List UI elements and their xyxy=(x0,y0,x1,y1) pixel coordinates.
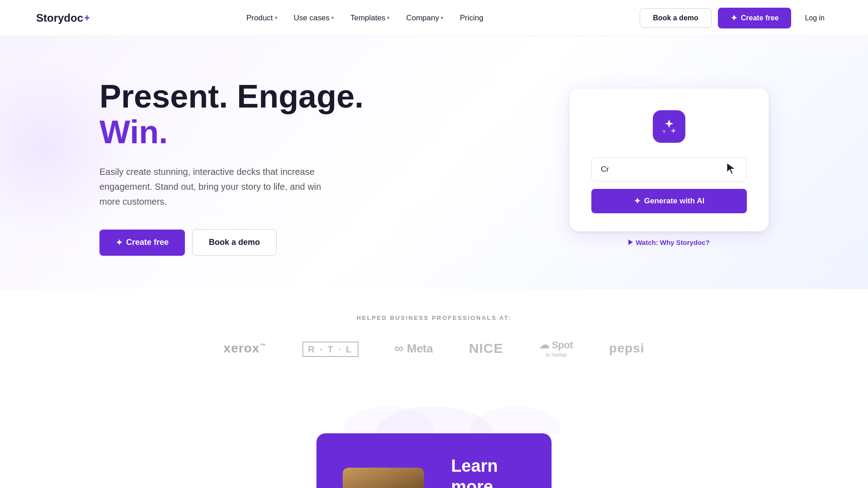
video-band-wrapper: ▶ Learn more about Storydoc xyxy=(0,433,868,488)
nav-book-demo-button[interactable]: Book a demo xyxy=(640,8,711,28)
logos-row: xerox™ R · T · L ∞ Meta NICE ☁ Spot by N… xyxy=(36,339,832,357)
video-band-title: Learn more about Storydoc xyxy=(451,456,526,488)
nav-create-free-button[interactable]: ✦ Create free xyxy=(718,8,792,28)
hero-title: Present. Engage. Win. xyxy=(99,79,363,150)
logo-meta: ∞ Meta xyxy=(395,341,433,356)
ai-icon xyxy=(653,110,685,143)
social-proof-section: HELPED BUSINESS PROFESSIONALS AT: xerox™… xyxy=(0,289,868,379)
logo-plus: + xyxy=(84,13,90,23)
sparkle-icon: ✦ xyxy=(731,13,737,23)
nav-links: Product ▾ Use cases ▾ Templates ▾ Compan… xyxy=(239,10,491,26)
video-band: ▶ Learn more about Storydoc xyxy=(316,433,552,488)
sparkle-icon: ✦ xyxy=(116,238,123,248)
video-thumbnail[interactable]: ▶ xyxy=(343,468,424,488)
hero-subtitle: Easily create stunning, interactive deck… xyxy=(99,164,335,209)
nav-link-templates[interactable]: Templates ▾ xyxy=(343,10,397,26)
ai-input-section: ✦ Generate with AI xyxy=(591,157,747,213)
ai-card-wrapper: ✦ Generate with AI Watch: Why Storydoc? xyxy=(570,89,769,246)
nav-link-usecases[interactable]: Use cases ▾ xyxy=(287,10,341,26)
chevron-down-icon: ▾ xyxy=(441,15,443,21)
ai-prompt-input[interactable] xyxy=(591,157,747,182)
logo-pepsi: pepsi xyxy=(609,341,644,356)
sparkle-icon: ✦ xyxy=(634,196,641,206)
nav-login-button[interactable]: Log in xyxy=(797,10,832,26)
logo-nice: NICE xyxy=(469,341,503,356)
hero-buttons: ✦ Create free Book a demo xyxy=(99,229,363,256)
logo-spot: ☁ Spot by NetApp xyxy=(539,339,573,357)
social-proof-label: HELPED BUSINESS PROFESSIONALS AT: xyxy=(36,314,832,321)
logo-xerox: xerox™ xyxy=(224,341,267,356)
logo-text: Storydoc xyxy=(36,12,83,24)
play-icon xyxy=(628,239,633,245)
ai-card: ✦ Generate with AI xyxy=(570,89,769,231)
nav-link-pricing[interactable]: Pricing xyxy=(453,10,491,26)
video-band-text: Learn more about Storydoc xyxy=(451,456,526,488)
hero-book-demo-button[interactable]: Book a demo xyxy=(192,229,277,256)
hero-text-block: Present. Engage. Win. Easily create stun… xyxy=(99,79,363,256)
hero-create-free-button[interactable]: ✦ Create free xyxy=(99,230,185,256)
chevron-down-icon: ▾ xyxy=(387,15,390,21)
nav-actions: Book a demo ✦ Create free Log in xyxy=(640,8,832,28)
nav-link-product[interactable]: Product ▾ xyxy=(239,10,285,26)
bottom-decoration xyxy=(0,379,868,433)
generate-with-ai-button[interactable]: ✦ Generate with AI xyxy=(591,189,747,213)
navbar: Storydoc+ Product ▾ Use cases ▾ Template… xyxy=(0,0,868,36)
nav-link-company[interactable]: Company ▾ xyxy=(399,10,451,26)
logo[interactable]: Storydoc+ xyxy=(36,12,90,24)
hero-title-highlight: Win. xyxy=(99,114,168,150)
watch-why-storydoc-link[interactable]: Watch: Why Storydoc? xyxy=(628,239,710,246)
logo-rtl: R · T · L xyxy=(302,342,358,356)
hero-section: Present. Engage. Win. Easily create stun… xyxy=(0,36,868,289)
chevron-down-icon: ▾ xyxy=(275,15,278,21)
chevron-down-icon: ▾ xyxy=(331,15,334,21)
play-overlay[interactable]: ▶ xyxy=(343,468,424,488)
